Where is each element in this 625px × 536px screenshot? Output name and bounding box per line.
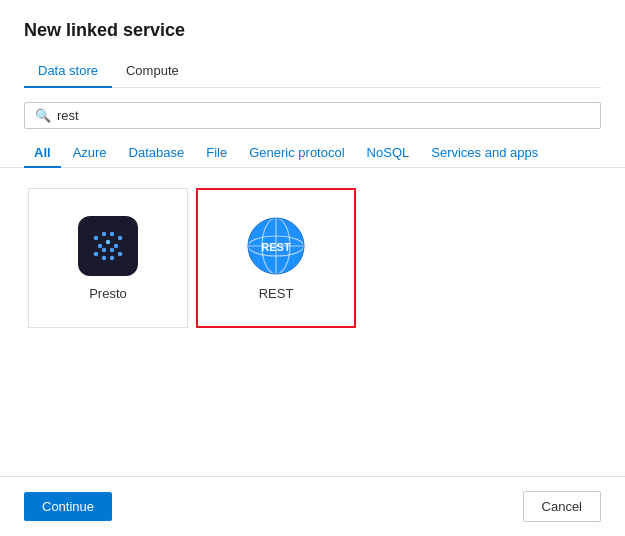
filter-tab-generic[interactable]: Generic protocol [239,139,354,168]
svg-point-1 [94,235,98,239]
tab-compute[interactable]: Compute [112,55,193,88]
filter-tab-file[interactable]: File [196,139,237,168]
svg-point-2 [102,231,106,235]
presto-label: Presto [89,286,127,301]
services-grid: Presto REST RES [0,168,625,476]
filter-tab-nosql[interactable]: NoSQL [357,139,420,168]
new-linked-service-dialog: New linked service Data store Compute 🔍 … [0,0,625,536]
svg-rect-0 [78,216,138,276]
continue-button[interactable]: Continue [24,492,112,521]
filter-tab-azure[interactable]: Azure [63,139,117,168]
svg-point-9 [102,247,106,251]
svg-point-10 [110,247,114,251]
presto-icon [78,216,138,276]
svg-point-11 [118,251,122,255]
svg-point-5 [98,243,102,247]
search-row: 🔍 [0,88,625,129]
filter-tab-services[interactable]: Services and apps [421,139,548,168]
svg-point-3 [110,231,114,235]
svg-point-12 [102,255,106,259]
svg-point-7 [114,243,118,247]
svg-point-6 [106,239,110,243]
filter-tab-database[interactable]: Database [119,139,195,168]
tab-data-store[interactable]: Data store [24,55,112,88]
svg-point-8 [94,251,98,255]
rest-icon: REST [246,216,306,276]
service-card-rest[interactable]: REST REST [196,188,356,328]
search-icon: 🔍 [35,108,51,123]
rest-label: REST [259,286,294,301]
dialog-title: New linked service [24,20,601,41]
svg-text:REST: REST [261,241,291,253]
svg-point-13 [110,255,114,259]
search-box: 🔍 [24,102,601,129]
dialog-footer: Continue Cancel [0,476,625,536]
svg-point-4 [118,235,122,239]
filter-tab-all[interactable]: All [24,139,61,168]
search-input[interactable] [57,108,590,123]
cancel-button[interactable]: Cancel [523,491,601,522]
service-card-presto[interactable]: Presto [28,188,188,328]
main-tabs: Data store Compute [24,55,601,88]
filter-tabs: All Azure Database File Generic protocol… [0,129,625,168]
dialog-header: New linked service Data store Compute [0,0,625,88]
